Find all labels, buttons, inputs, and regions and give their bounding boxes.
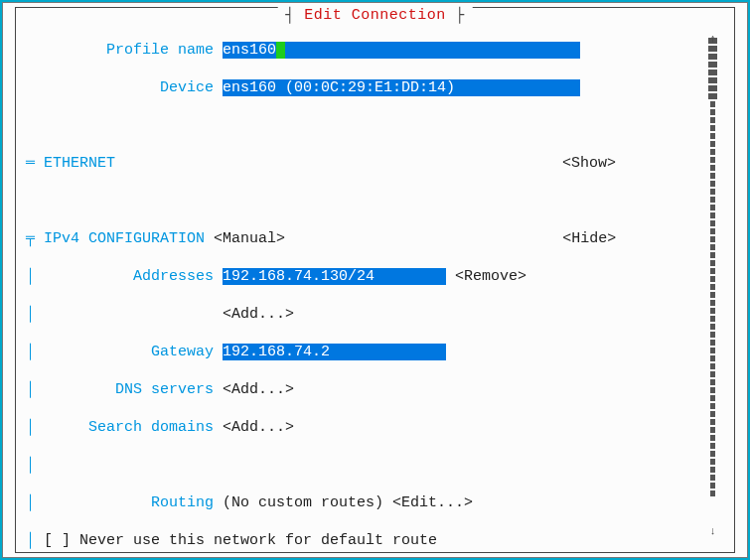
routing-label: Routing (35, 494, 223, 511)
ethernet-header: ETHERNET (44, 155, 115, 172)
profile-name-label: Profile name (26, 42, 223, 59)
dialog-frame: ┤ Edit Connection ├ Profile name ens160 … (15, 7, 735, 553)
dialog-title: ┤ Edit Connection ├ (277, 6, 473, 25)
routing-edit-button[interactable]: <Edit...> (392, 494, 473, 511)
terminal-window: ┤ Edit Connection ├ Profile name ens160 … (2, 2, 748, 558)
profile-name-input[interactable]: ens160 (223, 42, 580, 59)
scroll-up-arrow[interactable]: ↑ (708, 30, 717, 36)
gateway-label: Gateway (35, 344, 223, 360)
search-add-button[interactable]: <Add...> (223, 419, 294, 436)
address-remove-button[interactable]: <Remove> (455, 268, 526, 285)
scroll-down-arrow[interactable]: ↓ (708, 522, 717, 528)
title-text: Edit Connection (304, 7, 446, 24)
gateway-input[interactable]: 192.168.74.2 (223, 344, 446, 360)
ethernet-show-button[interactable]: <Show> (562, 155, 616, 172)
form-content: Profile name ens160 Device ens160 (00:0C… (16, 8, 734, 552)
address-input[interactable]: 192.168.74.130/24 (223, 268, 446, 285)
ipv4-mode-select[interactable]: <Manual> (214, 230, 285, 247)
text-cursor (276, 42, 285, 59)
scrollbar[interactable]: ↑ ↓ (708, 30, 717, 530)
routing-text: (No custom routes) (223, 494, 383, 511)
ipv4-toggle-icon[interactable]: ╤ (26, 230, 44, 247)
ethernet-toggle-icon[interactable]: ═ (26, 155, 44, 172)
device-label: Device (26, 79, 223, 96)
chk1-label: Never use this network for default route (79, 532, 437, 549)
device-input[interactable]: ens160 (00:0C:29:E1:DD:14) (223, 79, 580, 96)
addresses-label: Addresses (35, 268, 223, 285)
ipv4-hide-button[interactable]: <Hide> (562, 230, 616, 247)
search-domains-label: Search domains (35, 419, 223, 436)
address-add-button[interactable]: <Add...> (223, 306, 294, 323)
dns-label: DNS servers (35, 381, 223, 398)
never-default-route-checkbox[interactable]: [ ] (44, 532, 71, 549)
ipv4-header: IPv4 CONFIGURATION (44, 230, 205, 247)
dns-add-button[interactable]: <Add...> (223, 381, 294, 398)
